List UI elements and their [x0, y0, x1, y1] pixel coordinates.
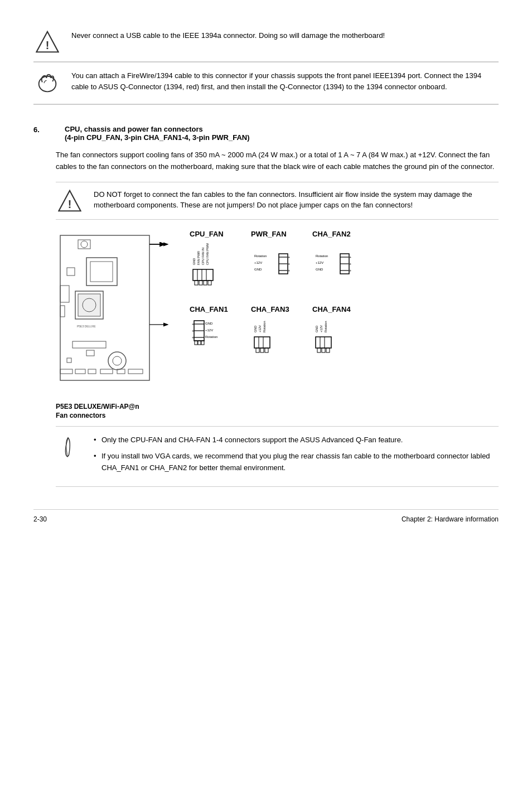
svg-rect-93 — [326, 348, 330, 352]
svg-rect-10 — [90, 262, 113, 282]
svg-rect-11 — [67, 268, 75, 276]
svg-rect-82 — [256, 348, 259, 352]
page-footer: 2-30 Chapter 2: Hardware information — [33, 509, 499, 523]
board-svg: P5E3 DELUXE — [56, 230, 173, 397]
svg-rect-83 — [260, 348, 264, 352]
svg-text:FAN PWR: FAN PWR — [197, 251, 200, 265]
notes-list: Only the CPU-FAN and CHA-FAN 1-4 connect… — [94, 434, 499, 474]
section-body: The fan connectors support cooling fans … — [56, 149, 499, 487]
svg-rect-25 — [88, 369, 96, 374]
section-number: 6. — [33, 125, 56, 142]
svg-text:GND: GND — [254, 268, 262, 271]
svg-rect-26 — [100, 369, 113, 374]
pwr-fan-diagram: Rotation +12V GND + + + — [251, 240, 296, 291]
svg-text:Rotation: Rotation — [324, 321, 327, 332]
cha-fan2-connector: CHA_FAN2 Rotation +12V GND + + + — [312, 230, 357, 291]
cpu-fan-diagram: GND FAN PWR CPU FAN IN CPU FAN PWM — [190, 240, 234, 291]
note-item-2: If you install two VGA cards, we recomme… — [94, 451, 499, 474]
cha-fan4-label: CHA_FAN4 — [312, 305, 351, 313]
svg-rect-35 — [193, 269, 213, 281]
section-description: The fan connectors support cooling fans … — [56, 149, 499, 173]
svg-text:GND: GND — [192, 258, 196, 264]
note-pencil-icon — [56, 434, 84, 461]
svg-rect-73 — [195, 341, 197, 345]
svg-text:CPU FAN PWM: CPU FAN PWM — [206, 243, 209, 264]
firewire-note-text: You can attach a FireWire/1394 cable to … — [71, 70, 499, 92]
section-6: 6. CPU, chassis and power fan connectors… — [33, 125, 499, 487]
cha-fan1-diagram: GND +12V Rotation + + + — [190, 316, 234, 366]
connector-diagrams: CPU_FAN GND FAN PWR CPU FAN IN CPU FAN P… — [190, 230, 499, 366]
svg-rect-92 — [322, 348, 325, 352]
svg-rect-91 — [317, 348, 321, 352]
svg-rect-28 — [128, 369, 143, 374]
svg-rect-88 — [316, 337, 331, 348]
svg-rect-79 — [254, 337, 270, 348]
svg-text:CPU FAN IN: CPU FAN IN — [201, 248, 205, 265]
svg-rect-18 — [72, 341, 106, 348]
svg-text:Rotation: Rotation — [254, 254, 267, 258]
svg-rect-12 — [60, 286, 69, 302]
cha-fan4-diagram: GND +12V Rotation — [312, 316, 357, 366]
svg-text:!: ! — [68, 197, 72, 210]
page-number: 2-30 — [33, 515, 47, 523]
svg-text:GND: GND — [316, 268, 323, 271]
cha-fan3-connector: CHA_FAN3 GND +12V Rotation — [251, 305, 296, 366]
svg-text:+12V: +12V — [258, 325, 262, 332]
diagram-container: P5E3 DELUXE — [56, 230, 499, 421]
cpu-fan-connector: CPU_FAN GND FAN PWR CPU FAN IN CPU FAN P… — [190, 230, 234, 291]
chapter-title: Chapter 2: Hardware information — [402, 515, 499, 523]
svg-point-22 — [113, 356, 122, 365]
svg-point-21 — [108, 352, 126, 370]
note-icon-firewire — [33, 70, 61, 96]
svg-text:GND: GND — [254, 325, 257, 332]
svg-text:Rotation: Rotation — [316, 254, 328, 258]
diagram-caption: P5E3 DELUXE/WiFi-AP@n Fan connectors — [56, 402, 178, 421]
svg-rect-24 — [75, 369, 85, 374]
svg-rect-5 — [60, 235, 149, 380]
section-header: 6. CPU, chassis and power fan connectors… — [33, 125, 499, 142]
svg-rect-74 — [198, 341, 201, 345]
svg-rect-84 — [265, 348, 268, 352]
board-diagram: P5E3 DELUXE — [56, 230, 178, 421]
caution-text: DO NOT forget to connect the fan cables … — [94, 189, 499, 211]
svg-rect-40 — [199, 281, 202, 285]
pwr-fan-label: PWR_FAN — [251, 230, 287, 238]
svg-text:Rotation: Rotation — [263, 321, 266, 332]
svg-rect-23 — [60, 369, 72, 374]
svg-text:!: ! — [46, 39, 50, 51]
cha-fan1-label: CHA_FAN1 — [190, 305, 228, 313]
cha-fan2-label: CHA_FAN2 — [312, 230, 351, 238]
cha-fan2-diagram: Rotation +12V GND + + + — [312, 240, 357, 291]
pwr-fan-connector: PWR_FAN Rotation +12V GND + + — [251, 230, 296, 291]
svg-rect-42 — [208, 281, 211, 285]
svg-rect-20 — [67, 358, 71, 363]
cha-fan4-connector: CHA_FAN4 GND +12V Rotation — [312, 305, 357, 366]
svg-rect-75 — [201, 341, 204, 345]
svg-text:GND: GND — [205, 322, 213, 325]
svg-text:P5E3 DELUXE: P5E3 DELUXE — [77, 325, 96, 328]
usb-warning-text: Never connect a USB cable to the IEEE 13… — [71, 30, 499, 41]
svg-text:GND: GND — [315, 325, 318, 332]
svg-rect-15 — [78, 294, 100, 316]
svg-point-7 — [81, 241, 88, 248]
warning-icon-1: ! — [33, 30, 61, 54]
svg-text:+12V: +12V — [205, 328, 213, 332]
cha-fan3-diagram: GND +12V Rotation — [251, 316, 296, 366]
svg-rect-19 — [86, 350, 94, 356]
section-title: CPU, chassis and power fan connectors — [65, 125, 250, 133]
cha-fan3-label: CHA_FAN3 — [251, 305, 289, 313]
svg-rect-41 — [204, 281, 207, 285]
caution-icon: ! — [56, 189, 84, 212]
bottom-connector-row: CHA_FAN1 GND +12V Rotation + + — [190, 305, 499, 366]
notes-block: Only the CPU-FAN and CHA-FAN 1-4 connect… — [56, 426, 499, 486]
svg-text:Rotation: Rotation — [205, 335, 217, 339]
firewire-note-block: You can attach a FireWire/1394 cable to … — [33, 62, 499, 104]
svg-text:+12V: +12V — [320, 325, 323, 332]
caution-block: ! DO NOT forget to connect the fan cable… — [56, 182, 499, 220]
cha-fan1-connector: CHA_FAN1 GND +12V Rotation + + — [190, 305, 234, 366]
usb-warning-block: ! Never connect a USB cable to the IEEE … — [33, 22, 499, 62]
notes-text: Only the CPU-FAN and CHA-FAN 1-4 connect… — [94, 434, 499, 478]
svg-text:+12V: +12V — [316, 261, 323, 264]
note-item-1: Only the CPU-FAN and CHA-FAN 1-4 connect… — [94, 434, 499, 446]
cpu-fan-label: CPU_FAN — [190, 230, 224, 238]
